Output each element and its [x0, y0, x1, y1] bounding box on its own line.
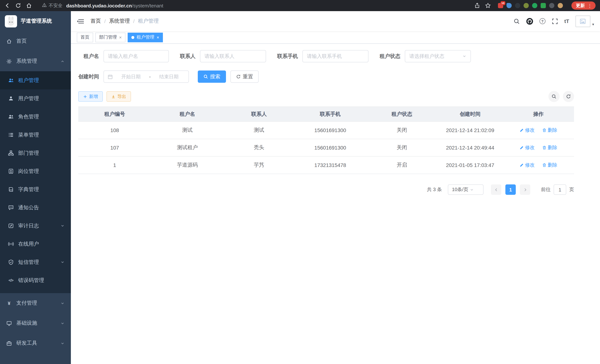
avatar[interactable]	[575, 15, 590, 27]
total-count: 共 3 条	[427, 186, 442, 193]
column-header: 操作	[503, 107, 574, 121]
tab-home[interactable]: 首页	[77, 32, 93, 42]
extension-icon[interactable]	[541, 3, 546, 8]
sidebar-menu: 首页 系统管理 租户管理 用户管理	[0, 31, 71, 353]
question-glyph: ?	[541, 19, 544, 23]
cell-tenant-name: 芋道源码	[151, 156, 224, 174]
sidebar-item-home[interactable]: 首页	[0, 31, 71, 51]
goto-page-input[interactable]	[554, 184, 566, 195]
table-row: 1 芋道源码 芋艿 17321315478 开启 2021-01-05 17:0…	[78, 156, 574, 174]
export-button[interactable]: 导出	[106, 91, 131, 102]
help-icon[interactable]: ?	[540, 18, 545, 24]
toggle-search-button[interactable]	[548, 91, 560, 102]
sidebar-item-error-code[interactable]: </> 错误码管理	[0, 271, 71, 289]
update-button[interactable]: 更新 ⋮	[572, 1, 596, 10]
chevron-down-icon	[60, 341, 65, 345]
close-icon[interactable]: ×	[119, 35, 122, 39]
sidebar-item-post[interactable]: 岗位管理	[0, 162, 71, 180]
sidebar-item-user[interactable]: 用户管理	[0, 89, 71, 108]
tab-dept[interactable]: 部门管理 ×	[95, 32, 125, 42]
extension-icon[interactable]	[524, 3, 529, 8]
add-button[interactable]: 新增	[78, 91, 103, 102]
sidebar-item-pay[interactable]: ¥ 支付管理	[0, 293, 71, 313]
sidebar-item-sms[interactable]: 短信管理	[0, 253, 71, 271]
url-text[interactable]: dashboard.yudao.iocoder.cn/system/tenant	[66, 3, 163, 8]
edit-link[interactable]: 修改	[519, 162, 535, 168]
close-icon[interactable]: ×	[157, 35, 159, 39]
edit-link[interactable]: 修改	[519, 127, 535, 134]
font-size-icon[interactable]: tT	[564, 18, 569, 24]
share-icon[interactable]	[474, 3, 480, 9]
page-number-button[interactable]: 1	[505, 184, 516, 195]
extension-icon[interactable]: 10	[498, 3, 503, 8]
chevron-down-icon	[60, 321, 65, 325]
refresh-table-button[interactable]	[563, 91, 574, 102]
delete-link[interactable]: 删除	[542, 144, 557, 151]
app-logo[interactable]: 芋道管理系统	[0, 11, 71, 31]
fullscreen-icon[interactable]	[552, 18, 558, 24]
cell-created: 2021-01-05 17:03:47	[438, 156, 503, 174]
tabs-bar: 首页 部门管理 × 租户管理 ×	[71, 31, 600, 44]
extension-icon[interactable]	[532, 3, 537, 8]
sidebar-item-devtools[interactable]: 研发工具	[0, 333, 71, 353]
delete-link[interactable]: 删除	[542, 127, 557, 134]
extension-icon[interactable]	[515, 3, 520, 8]
search-button[interactable]: 搜索	[198, 71, 226, 83]
address-bar[interactable]: 不安全 dashboard.yudao.iocoder.cn/system/te…	[37, 2, 469, 9]
extension-icon[interactable]	[506, 3, 512, 8]
cell-phone: 15601691300	[294, 121, 366, 139]
breadcrumb-item[interactable]: 首页	[91, 18, 101, 25]
edit-link[interactable]: 修改	[519, 144, 535, 151]
sidebar-item-role[interactable]: 角色管理	[0, 108, 71, 126]
chevron-down-icon	[462, 54, 466, 58]
github-icon[interactable]	[526, 18, 533, 25]
phone-field	[302, 50, 368, 62]
security-label[interactable]: 不安全	[49, 2, 63, 9]
reset-button[interactable]: 重置	[230, 71, 259, 83]
chevron-down-icon	[60, 301, 65, 305]
sidebar-item-notice[interactable]: 通知公告	[0, 198, 71, 217]
column-header: 联系人	[224, 107, 294, 121]
date-range-picker[interactable]: 开始日期 - 结束日期	[103, 71, 189, 83]
phone-label: 联系手机	[277, 53, 298, 60]
next-page-button[interactable]	[520, 184, 530, 195]
page-size-select[interactable]: 10条/页	[448, 184, 484, 195]
sidebar-item-tenant[interactable]: 租户管理	[0, 71, 71, 89]
collapse-sidebar-icon[interactable]	[77, 18, 84, 25]
sidebar-item-dept[interactable]: 部门管理	[0, 144, 71, 162]
sidebar-submenu-system: 租户管理 用户管理 角色管理 菜单管理	[0, 71, 71, 293]
chevron-down-icon	[60, 224, 65, 228]
sidebar-item-audit-log[interactable]: 审计日志	[0, 217, 71, 235]
top-navbar: 首页 / 系统管理 / 租户管理 ? tT ▾	[71, 11, 600, 31]
sidebar-item-menu[interactable]: 菜单管理	[0, 126, 71, 144]
back-icon[interactable]	[4, 3, 10, 9]
tenant-name-input[interactable]	[108, 53, 164, 59]
phone-input[interactable]	[307, 53, 364, 59]
delete-link[interactable]: 删除	[542, 162, 557, 168]
column-header: 创建时间	[438, 107, 503, 121]
org-tree-icon	[8, 150, 14, 156]
browser-menu-icon[interactable]: ⋮	[587, 3, 592, 8]
refresh-icon[interactable]	[15, 3, 21, 9]
sidebar: 芋道管理系统 首页 系统管理 租户管理	[0, 11, 71, 364]
sidebar-item-label: 研发工具	[16, 340, 37, 346]
cell-phone: 15601691300	[294, 139, 366, 156]
search-icon[interactable]	[514, 18, 520, 24]
tab-tenant[interactable]: 租户管理 ×	[128, 32, 163, 42]
sidebar-item-dict[interactable]: 字典管理	[0, 180, 71, 198]
message-icon	[8, 205, 14, 210]
contact-input[interactable]	[205, 53, 262, 59]
prev-page-button[interactable]	[491, 184, 501, 195]
user-menu[interactable]: ▾	[575, 15, 594, 27]
status-select[interactable]: 请选择租户状态	[405, 50, 471, 62]
sidebar-item-infra[interactable]: 基础设施	[0, 313, 71, 333]
extension-icon[interactable]	[549, 3, 554, 8]
home-icon[interactable]	[26, 3, 32, 9]
extension-icon[interactable]	[558, 3, 563, 8]
table-header-row: 租户编号 租户名 联系人 联系手机 租户状态 创建时间 操作	[78, 107, 574, 121]
shield-icon	[8, 259, 14, 265]
tenant-table: 租户编号 租户名 联系人 联系手机 租户状态 创建时间 操作 1	[78, 106, 574, 174]
sidebar-item-system[interactable]: 系统管理	[0, 51, 71, 71]
sidebar-item-online-user[interactable]: 在线用户	[0, 235, 71, 253]
bookmark-star-icon[interactable]	[485, 3, 491, 9]
